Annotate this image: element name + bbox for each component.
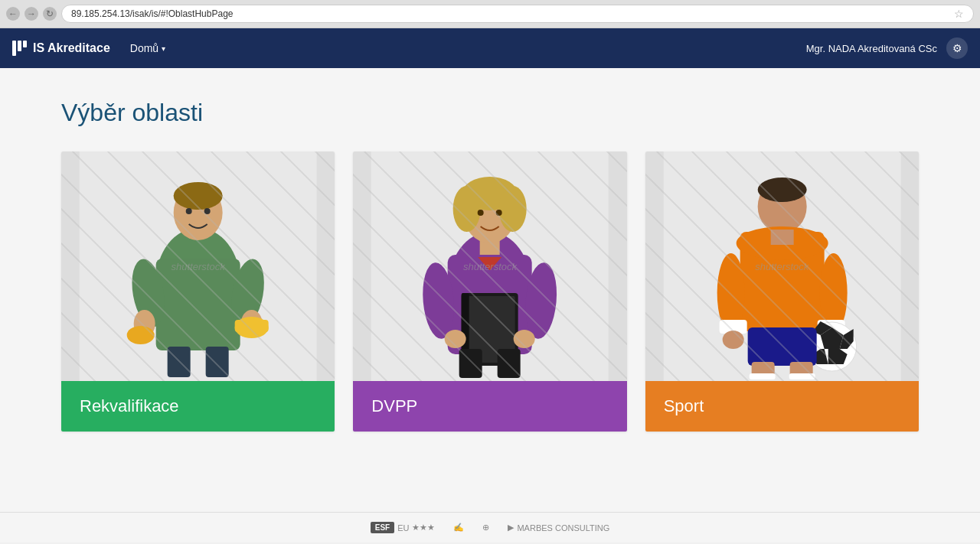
card-label-rekvalifikace: Rekvalifikace: [61, 381, 335, 432]
card-image-sport: shutterstock: [645, 151, 919, 381]
card-image-dvpp: shutterstock: [353, 151, 626, 381]
address-bar[interactable]: 89.185.254.13/isak/is/#!OblastHubPage ☆: [61, 5, 974, 23]
svg-point-32: [496, 210, 502, 216]
marbes-label: MARBES CONSULTING: [517, 523, 609, 533]
nav-label-domu: Domů: [130, 42, 158, 54]
svg-point-21: [453, 186, 481, 232]
card-dvpp[interactable]: shutterstock DVPP: [353, 151, 626, 432]
signature-icon: ✍: [453, 523, 464, 533]
svg-rect-10: [235, 320, 269, 332]
main-content: Výběr oblasti: [0, 68, 980, 512]
sportsman-figure: [645, 151, 919, 381]
svg-rect-55: [749, 373, 775, 379]
svg-point-22: [499, 186, 527, 232]
browser-toolbar: ← → ↻ 89.185.254.13/isak/is/#!OblastHubP…: [0, 0, 980, 28]
logo-icon: [12, 41, 27, 56]
svg-rect-51: [770, 230, 793, 245]
user-name: Mgr. NADA Akreditovaná CSc: [806, 43, 937, 54]
footer-signature-logo: ✍: [453, 523, 464, 533]
card-image-rekvalifikace: shutterstock: [61, 151, 335, 381]
logo-bar-3: [23, 41, 27, 47]
svg-rect-33: [459, 349, 482, 378]
cards-container: shutterstock Rekvalifikace: [61, 151, 919, 432]
esf-badge: ESF: [371, 522, 394, 533]
settings-icon[interactable]: ⚙: [946, 37, 968, 59]
logo-bar-2: [18, 41, 21, 51]
logo-bar-1: [12, 41, 16, 56]
footer-marbes-logo: ▶ MARBES CONSULTING: [508, 523, 609, 533]
eu-label: EU: [397, 523, 409, 533]
header-left: IS Akreditace Domů ▾: [12, 37, 173, 59]
card-sport[interactable]: shutterstock Sport: [645, 151, 919, 432]
svg-point-29: [445, 330, 466, 348]
svg-rect-4: [156, 259, 240, 350]
teacher-figure: [353, 151, 626, 381]
nav-menu: Domů ▾: [122, 37, 173, 59]
svg-rect-15: [206, 347, 229, 377]
app-logo: IS Akreditace: [12, 41, 110, 56]
svg-point-13: [204, 208, 211, 214]
svg-point-31: [478, 210, 484, 216]
url-text: 89.185.254.13/isak/is/#!OblastHubPage: [71, 8, 949, 19]
app-title: IS Akreditace: [33, 41, 110, 55]
back-button[interactable]: ←: [6, 7, 20, 21]
browser-chrome: ← → ↻ 89.185.254.13/isak/is/#!OblastHubP…: [0, 0, 980, 28]
svg-point-11: [127, 326, 155, 344]
svg-point-37: [757, 178, 806, 202]
eu-stars-icon: ★★★: [412, 523, 435, 533]
chevron-down-icon: ▾: [162, 44, 165, 53]
footer-esf-logo: ESF EU ★★★: [371, 522, 436, 533]
svg-rect-14: [168, 347, 191, 377]
svg-point-44: [722, 331, 743, 349]
svg-rect-56: [789, 373, 815, 379]
card-rekvalifikace[interactable]: shutterstock Rekvalifikace: [61, 151, 335, 432]
nav-item-domu[interactable]: Domů ▾: [122, 37, 173, 59]
app-header: IS Akreditace Domů ▾ Mgr. NADA Akreditov…: [0, 28, 980, 68]
stamp-icon: ⊕: [482, 523, 489, 533]
bookmark-icon[interactable]: ☆: [954, 8, 964, 20]
forward-button[interactable]: →: [24, 7, 38, 21]
svg-point-30: [514, 330, 535, 348]
card-label-dvpp: DVPP: [353, 381, 626, 432]
header-right: Mgr. NADA Akreditovaná CSc ⚙: [806, 37, 968, 59]
footer: ESF EU ★★★ ✍ ⊕ ▶ MARBES CONSULTING: [0, 512, 980, 542]
card-label-sport: Sport: [645, 381, 919, 432]
page-title: Výběr oblasti: [61, 99, 919, 127]
footer-stamp-logo: ⊕: [482, 523, 489, 533]
marbes-icon: ▶: [508, 523, 514, 533]
svg-point-3: [174, 182, 223, 210]
svg-rect-34: [498, 349, 521, 378]
svg-rect-52: [747, 327, 816, 366]
svg-point-12: [186, 208, 192, 214]
worker-figure: [61, 151, 335, 381]
refresh-button[interactable]: ↻: [43, 7, 57, 21]
